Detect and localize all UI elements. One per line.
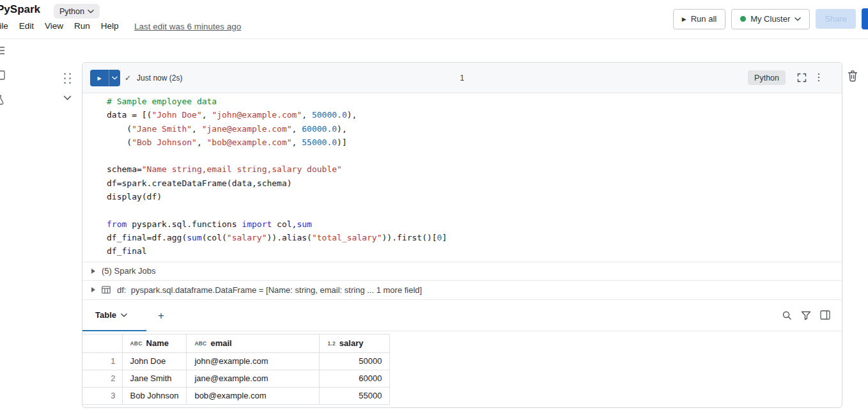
menu-run[interactable]: Run: [74, 21, 90, 31]
primary-action-button[interactable]: [862, 8, 868, 29]
last-run-status-text: Just now (2s): [137, 74, 182, 83]
notebook-cell: ▶ ✓ Just now (2s) 1 Python ⋮ # Sample em…: [82, 62, 842, 408]
code-line: ("Bob Johnson", "bob@example.com", 55000…: [107, 136, 832, 149]
code-line: df_final: [107, 244, 832, 258]
cell-number: 1: [82, 63, 842, 93]
table-of-contents-icon[interactable]: [0, 46, 5, 58]
code-editor[interactable]: # Sample employee datadata = [("John Doe…: [82, 93, 842, 262]
code-line: df_final=df.agg(sum(col("salary")).alias…: [107, 231, 832, 244]
run-options-chevron-icon[interactable]: [109, 70, 120, 86]
column-type-icon: ABC: [130, 340, 143, 347]
active-tab-underline: [82, 330, 146, 331]
code-line: from pyspark.sql.functions import col,su…: [107, 217, 832, 231]
dataframe-summary: df: pyspark.sql.dataframe.DataFrame = [N…: [117, 285, 422, 295]
column-type-icon: 1.2: [327, 340, 335, 347]
code-line: [107, 149, 832, 162]
data-cell: 50000: [320, 352, 390, 370]
result-table: ABCNameABCemail1.2salary 1John Doejohn@e…: [82, 334, 390, 405]
notebook-app: PySpark Python FileEditViewRunHelp Last …: [0, 0, 868, 417]
column-label: Name: [146, 338, 169, 348]
column-label: email: [210, 338, 231, 348]
table-row: 2Jane Smithjane@example.com60000: [82, 370, 390, 387]
spark-jobs-label: (5) Spark Jobs: [102, 266, 156, 276]
chevron-down-icon: [794, 17, 801, 21]
play-icon: ▶: [682, 16, 686, 22]
expand-triangle-icon: [91, 269, 95, 274]
cluster-status-icon: [740, 16, 746, 22]
chevron-down-icon: [121, 313, 127, 317]
fullscreen-icon[interactable]: [797, 73, 807, 85]
code-line: data = [("John Doe", "john@example.com",…: [107, 108, 832, 122]
column-header-Name[interactable]: ABCName: [122, 334, 187, 352]
menu-edit[interactable]: Edit: [19, 21, 34, 31]
column-type-icon: ABC: [194, 340, 206, 347]
search-icon[interactable]: [782, 310, 792, 320]
panel-icon[interactable]: [0, 70, 5, 83]
code-line: # Sample employee data: [107, 95, 832, 108]
column-header-email[interactable]: ABCemail: [187, 334, 320, 352]
last-edit-link[interactable]: Last edit was 6 minutes ago: [134, 22, 241, 31]
row-index-header: [82, 334, 122, 352]
add-visualization-button[interactable]: +: [153, 308, 169, 324]
cell-drag-handle[interactable]: [64, 73, 71, 84]
data-cell: john@example.com: [187, 352, 320, 370]
data-cell: bob@example.com: [187, 387, 320, 404]
flask-icon[interactable]: [0, 95, 5, 107]
top-actions: ▶ Run all My Cluster Share: [673, 8, 868, 29]
row-index-cell: 1: [82, 352, 122, 370]
chevron-down-icon: [88, 10, 94, 13]
run-all-button[interactable]: ▶ Run all: [673, 9, 725, 29]
menu-file[interactable]: File: [0, 21, 8, 31]
notebook-language-selector[interactable]: Python: [54, 4, 100, 19]
menu-help[interactable]: Help: [101, 21, 119, 31]
column-label: salary: [339, 338, 364, 348]
code-line: schema="Name string,email string,salary …: [107, 162, 832, 176]
success-check-icon: ✓: [125, 74, 131, 83]
cell-run-status: ✓ Just now (2s): [125, 63, 182, 93]
row-index-cell: 3: [82, 387, 122, 404]
cell-language-badge[interactable]: Python: [748, 70, 786, 85]
menu-view[interactable]: View: [45, 21, 63, 31]
dataframe-table-icon: [102, 286, 111, 294]
delete-cell-trash-icon[interactable]: [848, 70, 858, 84]
data-cell: jane@example.com: [187, 370, 320, 387]
cluster-label: My Cluster: [750, 14, 790, 24]
run-all-label: Run all: [691, 14, 717, 24]
top-bar: PySpark Python FileEditViewRunHelp Last …: [0, 0, 868, 39]
cell-toolbar: ▶ ✓ Just now (2s) 1 Python ⋮: [82, 63, 842, 93]
code-line: ("Jane Smith", "jane@example.com", 60000…: [107, 122, 832, 136]
run-cell-play-icon[interactable]: ▶: [90, 70, 109, 86]
data-cell: 55000: [320, 387, 390, 404]
share-button[interactable]: Share: [816, 9, 856, 29]
cluster-selector-button[interactable]: My Cluster: [731, 9, 810, 29]
column-header-salary[interactable]: 1.2salary: [320, 334, 390, 352]
data-cell: John Doe: [122, 352, 187, 370]
code-line: display(df): [107, 190, 832, 203]
cell-collapse-chevron-icon[interactable]: [63, 91, 72, 103]
table-header-row: ABCNameABCemail1.2salary: [82, 334, 390, 352]
row-index-cell: 2: [82, 370, 122, 387]
table-row: 1John Doejohn@example.com50000: [82, 352, 390, 370]
share-label: Share: [825, 14, 847, 24]
output-actions: [782, 300, 830, 331]
code-line: df=spark.createDataFrame(data,schema): [107, 177, 832, 190]
run-cell-button: ▶: [90, 70, 120, 86]
filter-icon[interactable]: [801, 310, 811, 320]
code-line: [107, 203, 832, 217]
data-cell: Jane Smith: [122, 370, 187, 387]
side-panel-icon[interactable]: [820, 310, 830, 320]
expand-triangle-icon: [91, 287, 95, 292]
notebook-title: PySpark: [0, 3, 40, 16]
data-cell: 60000: [320, 370, 390, 387]
tab-table-label: Table: [95, 310, 116, 320]
dataframe-expander[interactable]: df: pyspark.sql.dataframe.DataFrame = [N…: [82, 280, 842, 299]
output-toolbar: Table +: [82, 299, 842, 331]
table-row: 3Bob Johnsonbob@example.com55000: [82, 387, 390, 404]
menu-bar: FileEditViewRunHelp: [0, 21, 119, 31]
cell-menu-kebab-icon[interactable]: ⋮: [814, 71, 824, 83]
result-table-container: ABCNameABCemail1.2salary 1John Doejohn@e…: [82, 334, 842, 405]
tab-table[interactable]: Table: [82, 300, 146, 331]
language-label: Python: [59, 7, 84, 16]
data-cell: Bob Johnson: [122, 387, 187, 404]
spark-jobs-expander[interactable]: (5) Spark Jobs: [82, 262, 842, 280]
